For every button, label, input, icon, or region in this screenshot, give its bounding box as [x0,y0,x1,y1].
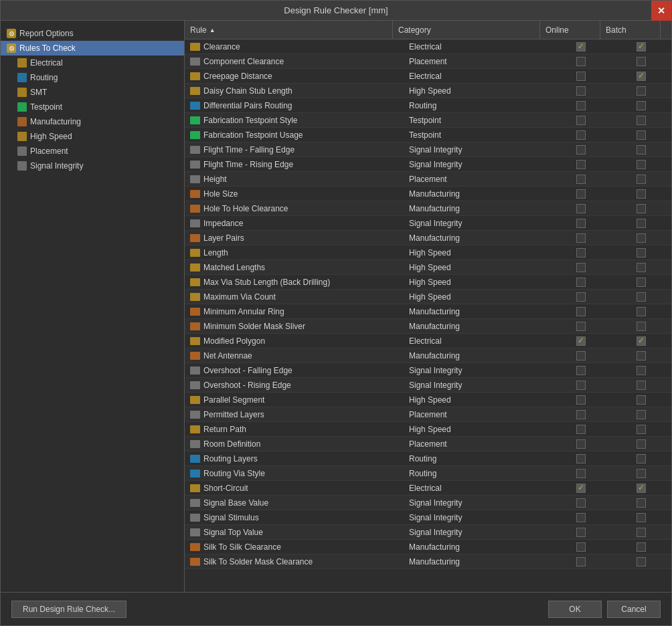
table-row[interactable]: Hole SizeManufacturing [185,187,671,201]
table-row[interactable]: Signal StimulusSignal Integrity [185,510,671,525]
batch-checkbox[interactable] [637,86,646,96]
online-checkbox[interactable] [576,175,586,184]
batch-checkbox-cell[interactable] [611,98,671,112]
online-checkbox-cell[interactable] [551,437,611,451]
batch-checkbox[interactable] [637,454,646,463]
batch-checkbox-cell[interactable] [611,201,671,215]
online-checkbox-cell[interactable] [551,466,611,480]
online-checkbox-cell[interactable] [551,54,611,68]
batch-checkbox-cell[interactable] [611,496,671,510]
table-row[interactable]: Net AntennaeManufacturing [185,348,671,363]
sidebar-item-routing[interactable]: Routing [1,70,184,85]
online-checkbox-cell[interactable] [551,69,611,83]
online-checkbox[interactable] [576,410,586,419]
table-row[interactable]: HeightPlacement [185,172,671,187]
batch-checkbox-cell[interactable] [611,172,671,186]
online-checkbox[interactable] [576,248,586,257]
batch-checkbox-cell[interactable] [611,113,671,127]
online-checkbox[interactable] [576,278,586,287]
table-row[interactable]: Daisy Chain Stub LengthHigh Speed [185,84,671,98]
batch-checkbox[interactable] [637,116,646,125]
batch-checkbox[interactable] [637,57,646,66]
online-checkbox-cell[interactable] [551,157,611,171]
online-checkbox-cell[interactable] [551,481,611,495]
batch-checkbox[interactable] [637,542,646,552]
batch-checkbox-cell[interactable] [611,157,671,171]
online-checkbox-cell[interactable] [551,348,611,362]
sidebar-item-placement[interactable]: Placement [1,144,184,159]
online-checkbox-cell[interactable] [551,39,611,54]
online-checkbox[interactable] [576,484,586,493]
batch-checkbox-cell[interactable] [611,363,671,377]
batch-checkbox[interactable] [637,189,646,199]
batch-checkbox[interactable] [637,498,646,508]
table-body[interactable]: ClearanceElectricalComponent ClearancePl… [185,39,671,592]
online-checkbox[interactable] [576,86,586,96]
batch-checkbox[interactable] [637,292,646,302]
online-checkbox[interactable] [576,425,586,434]
online-checkbox[interactable] [576,322,586,331]
online-checkbox[interactable] [576,454,586,463]
online-checkbox[interactable] [576,42,586,51]
online-checkbox-cell[interactable] [551,525,611,539]
table-row[interactable]: Overshoot - Falling EdgeSignal Integrity [185,363,671,378]
batch-checkbox[interactable] [637,425,646,434]
table-row[interactable]: Room DefinitionPlacement [185,437,671,451]
table-row[interactable]: Flight Time - Rising EdgeSignal Integrit… [185,157,671,172]
batch-checkbox-cell[interactable] [611,231,671,245]
batch-checkbox-cell[interactable] [611,142,671,156]
sidebar-item-report-options[interactable]: ⚙Report Options [1,26,184,41]
online-checkbox-cell[interactable] [551,201,611,215]
online-checkbox[interactable] [576,219,586,228]
online-checkbox-cell[interactable] [551,451,611,465]
online-checkbox[interactable] [576,189,586,199]
batch-checkbox[interactable] [637,204,646,213]
batch-checkbox-cell[interactable] [611,216,671,230]
table-row[interactable]: Minimum Solder Mask SliverManufacturing [185,319,671,334]
table-row[interactable]: Maximum Via CountHigh Speed [185,290,671,304]
online-checkbox[interactable] [576,130,586,140]
online-checkbox-cell[interactable] [551,84,611,98]
sidebar-item-highspeed[interactable]: High Speed [1,129,184,144]
online-checkbox[interactable] [576,57,586,66]
batch-checkbox[interactable] [637,72,646,81]
online-checkbox[interactable] [576,101,586,110]
col-category[interactable]: Category [393,21,540,39]
batch-checkbox-cell[interactable] [611,510,671,524]
online-checkbox-cell[interactable] [551,245,611,259]
batch-checkbox[interactable] [637,513,646,522]
online-checkbox[interactable] [576,233,586,243]
online-checkbox-cell[interactable] [551,142,611,156]
table-row[interactable]: Layer PairsManufacturing [185,231,671,245]
col-online[interactable]: Online [540,21,600,39]
online-checkbox-cell[interactable] [551,334,611,348]
batch-checkbox-cell[interactable] [611,187,671,201]
batch-checkbox[interactable] [637,410,646,419]
batch-checkbox[interactable] [637,322,646,331]
online-checkbox-cell[interactable] [551,290,611,304]
batch-checkbox[interactable] [637,439,646,449]
batch-checkbox-cell[interactable] [611,334,671,348]
online-checkbox-cell[interactable] [551,275,611,289]
close-button[interactable]: ✕ [651,1,671,21]
col-batch[interactable]: Batch [600,21,661,39]
batch-checkbox-cell[interactable] [611,378,671,392]
batch-checkbox-cell[interactable] [611,304,671,318]
online-checkbox[interactable] [576,116,586,125]
table-row[interactable]: Fabrication Testpoint StyleTestpoint [185,113,671,128]
online-checkbox-cell[interactable] [551,304,611,318]
online-checkbox[interactable] [576,336,586,346]
batch-checkbox-cell[interactable] [611,260,671,274]
batch-checkbox-cell[interactable] [611,69,671,83]
online-checkbox-cell[interactable] [551,363,611,377]
table-row[interactable]: ClearanceElectrical [185,39,671,54]
online-checkbox-cell[interactable] [551,540,611,554]
batch-checkbox[interactable] [637,175,646,184]
online-checkbox[interactable] [576,263,586,272]
online-checkbox-cell[interactable] [551,172,611,186]
online-checkbox-cell[interactable] [551,113,611,127]
batch-checkbox-cell[interactable] [611,422,671,436]
batch-checkbox-cell[interactable] [611,437,671,451]
online-checkbox-cell[interactable] [551,554,611,568]
sidebar-item-testpoint[interactable]: Testpoint [1,100,184,114]
